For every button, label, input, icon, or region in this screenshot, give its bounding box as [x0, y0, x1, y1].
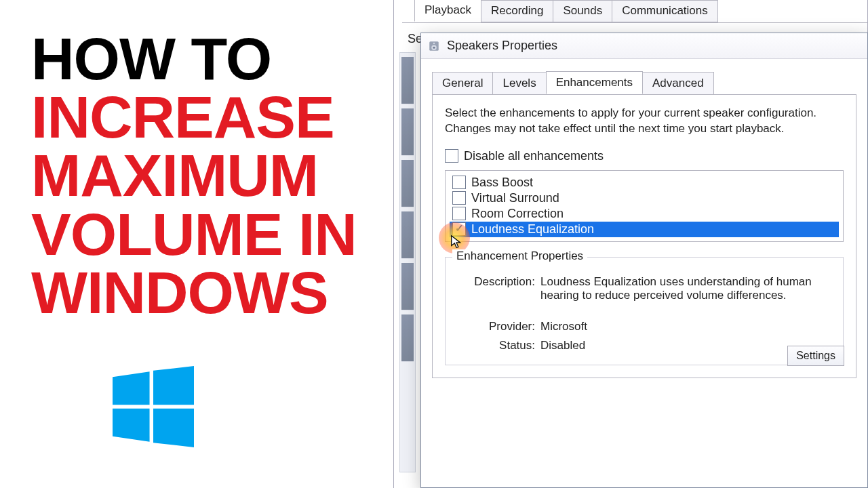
svg-point-7: [433, 42, 435, 43]
headline-line-3: MAXIMUM: [31, 146, 370, 205]
properties-tabs: General Levels Enhancements Advanced: [432, 71, 856, 94]
titlebar[interactable]: Speakers Properties: [421, 33, 867, 59]
checkbox-room-correction[interactable]: [452, 207, 466, 220]
settings-button[interactable]: Settings: [787, 346, 844, 366]
svg-marker-3: [153, 409, 194, 447]
description-value: Loudness Equalization uses understanding…: [540, 275, 832, 302]
enh-virtual-surround[interactable]: Virtual Surround: [450, 190, 839, 206]
status-label: Status:: [456, 339, 540, 352]
tab-enhancements[interactable]: Enhancements: [546, 71, 643, 94]
provider-label: Provider:: [456, 320, 540, 333]
enhancement-properties-group: Enhancement Properties Description: Loud…: [445, 257, 844, 365]
speakers-properties-window: Speakers Properties General Levels Enhan…: [420, 33, 868, 488]
headline-line-5: WINDOWS: [31, 264, 370, 322]
enh-bass-boost[interactable]: Bass Boost: [450, 175, 839, 190]
tab-levels[interactable]: Levels: [492, 72, 546, 95]
tab-recording[interactable]: Recording: [481, 0, 554, 22]
disable-all-row[interactable]: Disable all enhancements: [445, 149, 844, 163]
enhancements-pane: Select the enhancements to apply for you…: [432, 94, 856, 378]
tab-sounds[interactable]: Sounds: [553, 0, 612, 22]
provider-value: Microsoft: [540, 320, 832, 333]
svg-point-6: [433, 46, 435, 48]
label-loudness-equalization: Loudness Equalization: [471, 222, 594, 237]
speaker-icon: [428, 40, 440, 52]
enh-room-correction[interactable]: Room Correction: [450, 206, 839, 222]
svg-marker-2: [113, 409, 150, 442]
device-list-strip: [399, 52, 416, 472]
description-label: Description:: [456, 275, 540, 302]
checkbox-loudness-equalization[interactable]: [452, 222, 466, 236]
label-virtual-surround: Virtual Surround: [471, 191, 559, 205]
windows-logo-icon: [113, 366, 194, 450]
tab-communications[interactable]: Communications: [612, 0, 718, 22]
headline-line-1: HOW TO: [31, 30, 370, 88]
checkbox-bass-boost[interactable]: [452, 176, 466, 189]
disable-all-checkbox[interactable]: [445, 149, 458, 163]
tab-general[interactable]: General: [432, 72, 493, 95]
instructions-text: Select the enhancements to apply for you…: [445, 106, 844, 137]
svg-marker-1: [153, 366, 194, 405]
checkbox-virtual-surround[interactable]: [452, 191, 466, 205]
enhancement-list[interactable]: Bass Boost Virtual Surround Room Correct…: [445, 170, 844, 242]
headline-line-4: VOLUME IN: [31, 205, 370, 264]
label-room-correction: Room Correction: [471, 207, 564, 221]
screenshot-area: Playback Recording Sounds Communications…: [393, 0, 868, 488]
tab-playback[interactable]: Playback: [414, 0, 481, 22]
headline-line-2: INCREASE: [31, 88, 370, 146]
label-bass-boost: Bass Boost: [471, 176, 533, 190]
svg-marker-0: [113, 371, 150, 405]
headline: HOW TO INCREASE MAXIMUM VOLUME IN WINDOW…: [31, 30, 370, 322]
tab-advanced[interactable]: Advanced: [642, 72, 714, 95]
enh-loudness-equalization[interactable]: Loudness Equalization: [450, 222, 839, 237]
group-title: Enhancement Properties: [452, 249, 587, 263]
disable-all-label: Disable all enhancements: [464, 149, 604, 163]
window-title: Speakers Properties: [447, 39, 557, 53]
